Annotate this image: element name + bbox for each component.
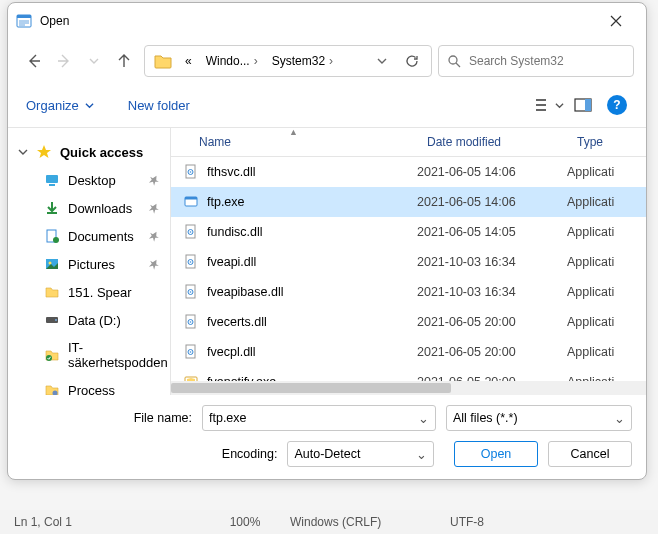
file-date: 2021-06-05 20:00 [417,345,567,359]
chevron-down-icon [89,56,99,66]
folder-badge-icon [44,347,60,363]
filter-value: All files (*.*) [453,411,518,425]
sidebar-item-label: 151. Spear [68,285,132,300]
status-bar: Ln 1, Col 1 100% Windows (CRLF) UTF-8 [0,510,658,534]
file-row[interactable]: fveapibase.dll2021-10-03 16:34Applicati [171,277,646,307]
file-type: Applicati [567,165,646,179]
file-name: fveapibase.dll [207,285,283,299]
file-row[interactable]: fvecpl.dll2021-06-05 20:00Applicati [171,337,646,367]
toolbar: Organize New folder ? [8,87,646,127]
file-row[interactable]: ftp.exe2021-06-05 14:06Applicati [171,187,646,217]
up-button[interactable] [110,47,138,75]
cancel-button[interactable]: Cancel [548,441,632,467]
chevron-down-icon: ⌄ [418,411,429,426]
svg-point-11 [53,237,59,243]
search-input[interactable] [469,54,625,68]
recent-button[interactable] [80,47,108,75]
file-row[interactable]: fvenotify.exe2021-06-05 20:00Applicati [171,367,646,381]
svg-point-25 [190,231,192,233]
documents-icon [44,228,60,244]
refresh-icon [405,54,419,68]
file-row[interactable]: fveapi.dll2021-10-03 16:34Applicati [171,247,646,277]
sidebar-item-151-spear[interactable]: 151. Spear [8,278,170,306]
exe-shield-icon [183,374,199,381]
file-date: 2021-06-05 14:06 [417,165,567,179]
dll-icon [183,254,199,270]
column-type[interactable]: Type [567,128,646,156]
open-button[interactable]: Open [454,441,538,467]
pin-icon [148,258,160,270]
chevron-down-icon [555,101,564,110]
status-eol: Windows (CRLF) [290,515,450,529]
close-button[interactable] [594,6,638,36]
star-icon [36,144,52,160]
sidebar-group-quick-access[interactable]: Quick access [8,138,170,166]
sidebar-item-desktop[interactable]: Desktop [8,166,170,194]
back-button[interactable] [20,47,48,75]
preview-icon [574,98,592,112]
sidebar-item-pictures[interactable]: Pictures [8,250,170,278]
folder-icon [44,284,60,300]
file-row[interactable]: fvecerts.dll2021-06-05 20:00Applicati [171,307,646,337]
dll-icon [183,344,199,360]
arrow-left-icon [26,53,42,69]
desktop-icon [44,172,60,188]
scrollbar-thumb[interactable] [171,383,451,393]
file-name: fundisc.dll [207,225,263,239]
refresh-button[interactable] [397,46,427,76]
file-type: Applicati [567,315,646,329]
chevron-down-icon [377,56,387,66]
pin-icon [148,230,160,242]
list-icon [535,97,553,113]
column-date[interactable]: Date modified [417,128,567,156]
file-type: Applicati [567,195,646,209]
sidebar-item-documents[interactable]: Documents [8,222,170,250]
filename-input[interactable]: ftp.exe ⌄ [202,405,436,431]
filter-select[interactable]: All files (*.*) ⌄ [446,405,632,431]
column-name[interactable]: ▲Name [171,128,417,156]
window-title: Open [40,14,594,28]
notepad-icon [16,13,32,29]
dll-icon [183,224,199,240]
file-rows: fthsvc.dll2021-06-05 14:06Applicatiftp.e… [171,157,646,381]
sidebar-item-it-s-kerhetspodden[interactable]: IT-säkerhetspodden [8,334,170,376]
address-bar[interactable]: « Windo...› System32› [144,45,432,77]
sidebar-item-downloads[interactable]: Downloads [8,194,170,222]
pin-icon [148,174,160,186]
close-icon [610,15,622,27]
breadcrumb-seg1[interactable]: Windo...› [200,50,264,72]
sidebar-group-label: Quick access [60,145,143,160]
horizontal-scrollbar[interactable] [171,381,646,395]
search-box[interactable] [438,45,634,77]
navigation-row: « Windo...› System32› [8,39,646,87]
view-menu[interactable] [534,91,564,119]
svg-rect-7 [585,99,591,111]
new-folder-button[interactable]: New folder [124,94,194,117]
breadcrumb-seg2[interactable]: System32› [266,50,339,72]
preview-pane-button[interactable] [568,91,598,119]
breadcrumb-ellipsis[interactable]: « [179,50,198,72]
forward-button[interactable] [50,47,78,75]
svg-rect-1 [17,15,31,18]
organize-menu[interactable]: Organize [22,94,98,117]
dll-icon [183,284,199,300]
downloads-icon [44,200,60,216]
sidebar-item-label: IT-säkerhetspodden [68,340,168,370]
svg-point-5 [449,56,457,64]
help-button[interactable]: ? [602,91,632,119]
pin-icon [148,202,160,214]
encoding-select[interactable]: Auto-Detect ⌄ [287,441,434,467]
dll-icon [183,164,199,180]
address-dropdown[interactable] [367,46,397,76]
sidebar-item-data-d-[interactable]: Data (D:) [8,306,170,334]
sidebar-item-process[interactable]: Process [8,376,170,395]
status-position: Ln 1, Col 1 [0,515,200,529]
file-type: Applicati [567,225,646,239]
file-name: fveapi.dll [207,255,256,269]
file-type: Applicati [567,345,646,359]
file-row[interactable]: fthsvc.dll2021-06-05 14:06Applicati [171,157,646,187]
title-bar: Open [8,3,646,39]
svg-rect-9 [49,184,55,186]
chevron-right-icon: › [254,54,258,68]
file-row[interactable]: fundisc.dll2021-06-05 14:05Applicati [171,217,646,247]
